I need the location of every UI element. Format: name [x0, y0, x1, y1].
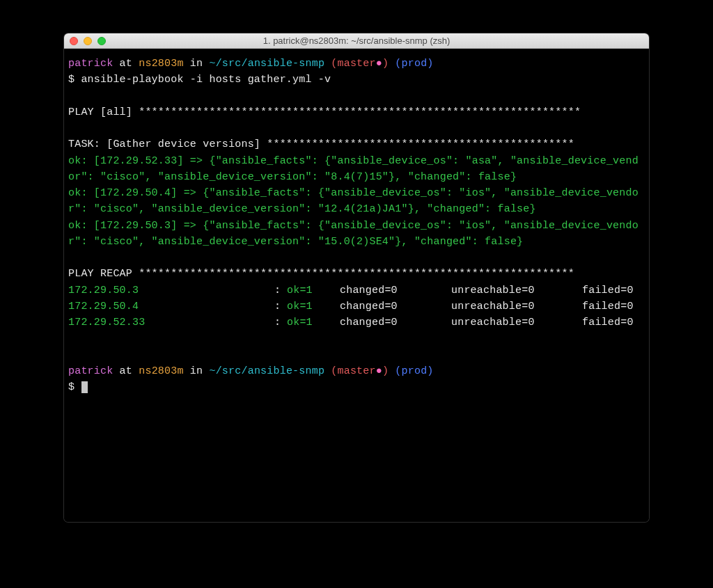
terminal-window: 1. patrick@ns2803m: ~/src/ansible-snmp (… — [64, 33, 649, 522]
recap-host: 172.29.52.33 — [68, 315, 274, 331]
cursor-icon — [81, 381, 88, 393]
close-button[interactable] — [70, 37, 78, 45]
window-title: 1. patrick@ns2803m: ~/src/ansible-snmp (… — [64, 35, 649, 46]
prompt-line: patrick at ns2803m in ~/src/ansible-snmp… — [68, 363, 645, 379]
prompt-host: ns2803m — [139, 58, 183, 70]
recap-changed: changed=0 — [340, 283, 451, 299]
terminal-body[interactable]: patrick at ns2803m in ~/src/ansible-snmp… — [64, 49, 649, 522]
command-line[interactable]: $ — [68, 379, 645, 395]
recap-unreachable: unreachable=0 — [451, 315, 582, 331]
git-dirty-indicator: ● — [376, 365, 382, 377]
git-dirty-indicator: ● — [376, 58, 382, 70]
recap-row: 172.29.52.33 : ok=1 changed=0 unreachabl… — [68, 315, 645, 331]
traffic-lights — [70, 37, 106, 45]
command-text: ansible-playbook -i hosts gather.yml -v — [81, 74, 331, 86]
recap-host: 172.29.50.4 — [68, 299, 274, 315]
recap-failed: failed=0 — [582, 299, 634, 315]
recap-ok: ok=1 — [287, 315, 340, 331]
prompt-path: ~/src/ansible-snmp — [209, 58, 324, 70]
prompt-path: ~/src/ansible-snmp — [209, 365, 324, 377]
recap-failed: failed=0 — [582, 283, 634, 299]
prompt-user: patrick — [68, 58, 113, 70]
minimize-button[interactable] — [84, 37, 92, 45]
prompt-line: patrick at ns2803m in ~/src/ansible-snmp… — [68, 56, 645, 72]
maximize-button[interactable] — [97, 37, 106, 45]
title-bar: 1. patrick@ns2803m: ~/src/ansible-snmp (… — [64, 33, 649, 49]
git-branch: master — [338, 365, 376, 377]
command-line: $ ansible-playbook -i hosts gather.yml -… — [68, 72, 645, 88]
recap-row: 172.29.50.3 : ok=1 changed=0 unreachable… — [68, 283, 645, 299]
recap-changed: changed=0 — [340, 299, 451, 315]
prompt-user: patrick — [68, 365, 113, 377]
env-name: prod — [402, 58, 428, 70]
recap-changed: changed=0 — [340, 315, 451, 331]
prompt-host: ns2803m — [139, 365, 183, 377]
task-result: ok: [172.29.52.33] => {"ansible_facts": … — [68, 153, 645, 186]
git-branch: master — [338, 58, 376, 70]
task-result: ok: [172.29.50.4] => {"ansible_facts": {… — [68, 185, 645, 218]
recap-unreachable: unreachable=0 — [451, 283, 582, 299]
recap-ok: ok=1 — [287, 299, 340, 315]
recap-unreachable: unreachable=0 — [451, 299, 582, 315]
env-name: prod — [402, 365, 428, 377]
recap-host: 172.29.50.3 — [68, 283, 274, 299]
play-recap-header: PLAY RECAP *****************************… — [68, 266, 645, 282]
task-header: TASK: [Gather device versions] *********… — [68, 136, 645, 152]
recap-ok: ok=1 — [287, 283, 340, 299]
task-result: ok: [172.29.50.3] => {"ansible_facts": {… — [68, 218, 645, 251]
play-header: PLAY [all] *****************************… — [68, 104, 645, 120]
recap-failed: failed=0 — [582, 315, 634, 331]
recap-row: 172.29.50.4 : ok=1 changed=0 unreachable… — [68, 299, 645, 315]
